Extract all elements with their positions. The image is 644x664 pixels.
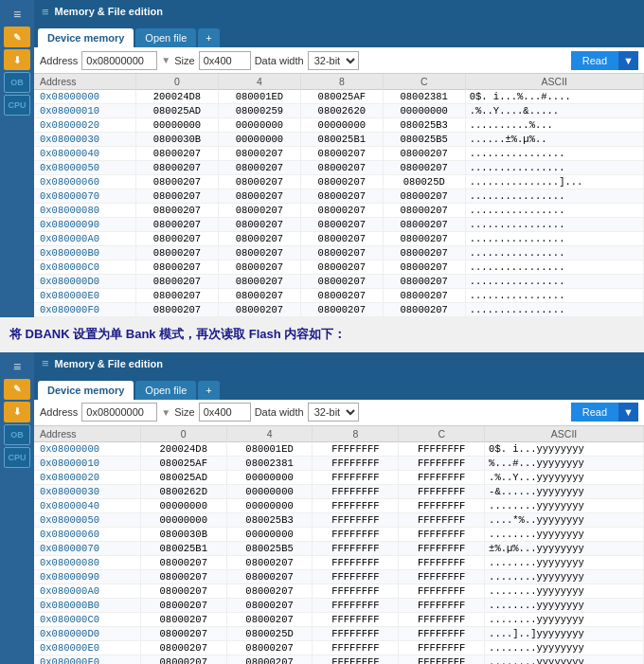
table-cell: 0$. i...%...#....: [465, 90, 643, 104]
table-cell: 08000207: [383, 147, 465, 161]
ob-icon-2[interactable]: OB: [4, 424, 30, 445]
cpu-icon-2[interactable]: CPU: [4, 447, 30, 468]
address-arrow-1: ▼: [161, 55, 170, 65]
table-row: 0x080000A0080002070800020708000207080002…: [34, 232, 644, 246]
table-cell: 08000207: [226, 655, 313, 664]
table-cell: 08000207: [300, 189, 383, 204]
data-width-select-1[interactable]: 32-bit 16-bit 8-bit: [308, 51, 359, 70]
table-cell: 08000207: [383, 246, 465, 260]
read-button-1[interactable]: Read: [571, 51, 618, 70]
col-address-1: Address: [34, 74, 136, 90]
menu-icon-2[interactable]: ≡: [4, 356, 30, 377]
table-row: 0x080000E0080002070800020708000207080002…: [34, 289, 644, 303]
memory-table-1: Address 0 4 8 C ASCII 0x08000000200024D8…: [34, 74, 644, 317]
tab-plus-1[interactable]: +: [198, 28, 219, 47]
table-row: 0x08000040080002070800020708000207080002…: [34, 147, 644, 161]
table-cell: ........yyyyyyyy: [485, 555, 644, 569]
cpu-icon[interactable]: CPU: [4, 95, 30, 116]
table-cell: 080025B5: [226, 541, 313, 555]
col-0-1: 0: [136, 74, 219, 90]
download-icon[interactable]: ⬇: [4, 49, 30, 70]
table-cell: 08000207: [140, 626, 226, 640]
edit-icon-2[interactable]: ✎: [4, 379, 30, 400]
ob-icon[interactable]: OB: [4, 72, 30, 93]
table-cell: 08000207: [226, 583, 313, 598]
table-row: 0x080000600800030B00000000FFFFFFFFFFFFFF…: [34, 527, 644, 541]
data-width-select-2[interactable]: 32-bit 16-bit 8-bit: [308, 403, 359, 422]
table-row: 0x080000300800262D00000000FFFFFFFFFFFFFF…: [34, 484, 644, 498]
address-arrow-2: ▼: [161, 407, 170, 418]
table-cell: 08000207: [218, 175, 300, 189]
read-button-2[interactable]: Read: [571, 403, 618, 422]
table-cell: 08000207: [140, 640, 226, 655]
tab-device-memory-1[interactable]: Device memory: [38, 28, 134, 47]
panel-1: ≡ ✎ ⬇ OB CPU ≡ Memory & File edition Dev…: [0, 0, 644, 317]
address-input-1[interactable]: [81, 51, 157, 70]
table-cell: FFFFFFFF: [313, 527, 399, 541]
tabs-1: Device memory Open file +: [34, 23, 644, 47]
sidebar-2: ≡ ✎ ⬇ OB CPU: [0, 352, 34, 664]
table-cell: 0x08000030: [34, 484, 140, 498]
separator-text: 将 DBANK 设置为单 Bank 模式，再次读取 Flash 内容如下：: [0, 317, 644, 352]
table-row: 0x080000D0080002070800020708000207080002…: [34, 275, 644, 289]
table-cell: 08000207: [300, 161, 383, 175]
table-cell: 080025B3: [383, 118, 465, 133]
table-cell: ....*%..yyyyyyyy: [485, 512, 644, 527]
table-cell: 08000207: [218, 303, 300, 317]
table-cell: ................: [465, 275, 643, 289]
size-input-2[interactable]: [199, 403, 251, 422]
read-button-arrow-1[interactable]: ▼: [618, 51, 638, 70]
table-cell: 08000207: [226, 640, 313, 655]
memory-table-2: Address 0 4 8 C ASCII 0x08000000200024D8…: [34, 426, 644, 664]
table-cell: 0x08000070: [34, 189, 136, 204]
tab-plus-2[interactable]: +: [198, 381, 219, 400]
table-cell: 08000207: [140, 555, 226, 569]
table-cell: FFFFFFFF: [313, 555, 399, 569]
table-cell: 080025AF: [140, 456, 226, 470]
table-cell: 080025AD: [140, 470, 226, 484]
read-btn-group-1: Read ▼: [571, 51, 638, 70]
tab-open-file-1[interactable]: Open file: [135, 28, 196, 47]
table-cell: FFFFFFFF: [399, 441, 485, 456]
table-cell: 0x08000030: [34, 133, 136, 147]
table-cell: 0x08000040: [34, 147, 136, 161]
table-cell: ................: [465, 260, 643, 275]
address-input-2[interactable]: [81, 403, 157, 422]
tab-device-memory-2[interactable]: Device memory: [38, 381, 134, 400]
table-cell: 0800030B: [140, 527, 226, 541]
table-cell: 0x080000A0: [34, 583, 140, 598]
table-cell: 08000207: [300, 260, 383, 275]
table-cell: 00000000: [226, 527, 313, 541]
table-cell: FFFFFFFF: [399, 640, 485, 655]
title-bar-2: ≡ Memory & File edition: [34, 352, 644, 375]
read-button-arrow-2[interactable]: ▼: [618, 403, 638, 422]
table-cell: 080001ED: [226, 441, 313, 456]
table-cell: 0x08000010: [34, 104, 136, 118]
controls-bar-2: Address ▼ Size Data width 32-bit 16-bit …: [34, 400, 644, 426]
table-cell: %...#...yyyyyyyy: [485, 456, 644, 470]
size-label-2: Size: [174, 406, 194, 418]
table-row: 0x080000400000000000000000FFFFFFFFFFFFFF…: [34, 498, 644, 512]
menu-icon[interactable]: ≡: [4, 4, 30, 25]
table-cell: 0800025D: [226, 626, 313, 640]
edit-icon[interactable]: ✎: [4, 27, 30, 47]
table-cell: 08000207: [136, 204, 219, 218]
table-cell: 08000207: [136, 218, 219, 232]
table-cell: ................: [465, 218, 643, 232]
table-row: 0x080000C0080002070800020708000207080002…: [34, 260, 644, 275]
table-cell: 08000207: [218, 204, 300, 218]
tab-open-file-2[interactable]: Open file: [135, 381, 196, 400]
table-cell: 08000207: [218, 246, 300, 260]
table-cell: 08000207: [136, 161, 219, 175]
table-cell: 08000207: [300, 232, 383, 246]
panel-title-2: Memory & File edition: [55, 358, 163, 369]
table-cell: 0x08000050: [34, 512, 140, 527]
table-cell: 080025B3: [226, 512, 313, 527]
size-input-1[interactable]: [199, 51, 251, 70]
table-cell: 08000207: [300, 218, 383, 232]
memory-table-wrapper-1: Address 0 4 8 C ASCII 0x08000000200024D8…: [34, 74, 644, 317]
table-cell: 08000207: [383, 289, 465, 303]
address-label-2: Address: [40, 406, 78, 418]
table-cell: 0x08000090: [34, 569, 140, 583]
download-icon-2[interactable]: ⬇: [4, 402, 30, 422]
